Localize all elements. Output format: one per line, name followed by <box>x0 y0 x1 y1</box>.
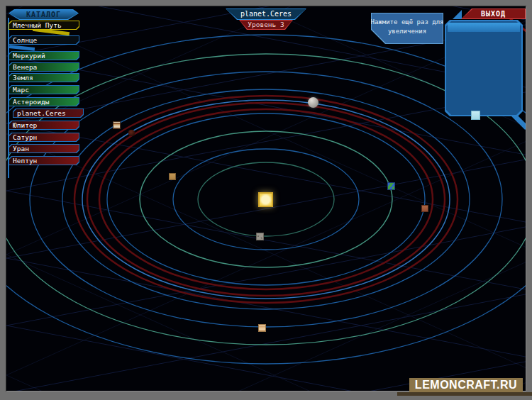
body-saturn[interactable] <box>258 324 266 332</box>
body-jupiter[interactable] <box>113 121 121 129</box>
grid-line <box>6 258 526 357</box>
grid-line <box>6 134 526 367</box>
zoom-hint-line1: Нажмите ещё раз для <box>371 18 444 27</box>
sidebar-item-jupiter[interactable]: Юпитер <box>9 121 79 130</box>
moon-list-panel-header <box>448 23 520 32</box>
sidebar-item-label: Земля <box>9 74 33 82</box>
tier-banner: Уровень 3 <box>238 20 294 30</box>
grid-line <box>6 142 526 375</box>
zoom-hint-line2: увеличения <box>388 27 426 36</box>
sidebar-item-earth[interactable]: Земля <box>9 73 79 82</box>
zoom-hint-tooltip: Нажмите ещё раз для увеличения <box>371 13 443 44</box>
exit-button[interactable]: ВЫХОД <box>461 9 526 19</box>
sidebar-item-label: Меркурий <box>9 52 45 60</box>
selected-body-name: planet.Ceres <box>240 11 292 18</box>
grid-line <box>6 227 526 326</box>
sidebar-item-sun[interactable]: Солнце <box>9 35 79 45</box>
sidebar-item-label: Марс <box>9 87 29 94</box>
body-asteroids[interactable] <box>128 130 135 136</box>
watermark-badge: LEMONCRAFT.RU <box>409 378 523 392</box>
panel-handle[interactable] <box>471 111 480 120</box>
sidebar-item-neptune[interactable]: Нептун <box>9 156 79 165</box>
body-mercury[interactable] <box>256 233 264 240</box>
sidebar-item-label: Нептун <box>9 157 37 165</box>
body-earth[interactable] <box>387 182 395 190</box>
map-screen: КАТАЛОГ Млечный ПутьСолнцеМеркурийВенера… <box>6 6 526 391</box>
sidebar-item-label: Астероиды <box>9 99 49 106</box>
selected-body-banner: planet.Ceres <box>226 9 306 20</box>
sidebar-item-milky-way[interactable]: Млечный Путь <box>9 21 79 30</box>
sidebar-item-label: Солнце <box>9 37 37 44</box>
body-venus[interactable] <box>169 173 176 180</box>
watermark-text: LEMONCRAFT.RU <box>415 379 517 391</box>
watermark-strip <box>397 392 532 396</box>
catalog-header: КАТАЛОГ <box>9 9 79 20</box>
moon-list-panel <box>445 20 523 116</box>
sidebar-item-mercury[interactable]: Меркурий <box>9 51 79 60</box>
sidebar-item-uranus[interactable]: Уран <box>9 144 79 153</box>
sidebar-item-label: Венера <box>9 64 37 71</box>
exit-button-label: ВЫХОД <box>481 11 506 18</box>
grid-line <box>6 160 526 258</box>
sidebar-item-label: planet.Ceres <box>13 110 66 117</box>
sidebar-item-venus[interactable]: Венера <box>9 62 79 72</box>
sidebar-item-label: Юпитер <box>9 122 37 129</box>
tier-label: Уровень 3 <box>248 21 284 28</box>
body-mars[interactable] <box>421 205 428 212</box>
body-ceres[interactable] <box>308 97 318 108</box>
grid-line <box>6 123 526 222</box>
sidebar-item-ceres[interactable]: planet.Ceres <box>13 109 84 118</box>
body-sun[interactable] <box>258 192 273 207</box>
sidebar-item-label: Сатурн <box>9 134 37 141</box>
sidebar-item-saturn[interactable]: Сатурн <box>9 133 79 142</box>
catalog-header-label: КАТАЛОГ <box>26 11 61 18</box>
sidebar-item-asteroids[interactable]: Астероиды <box>9 97 79 106</box>
sidebar-item-label: Млечный Путь <box>9 22 62 29</box>
grid-line <box>6 255 526 391</box>
sidebar-item-label: Уран <box>9 145 29 152</box>
sidebar-item-mars[interactable]: Марс <box>9 85 79 94</box>
window-frame: КАТАЛОГ Млечный ПутьСолнцеМеркурийВенера… <box>0 0 532 400</box>
